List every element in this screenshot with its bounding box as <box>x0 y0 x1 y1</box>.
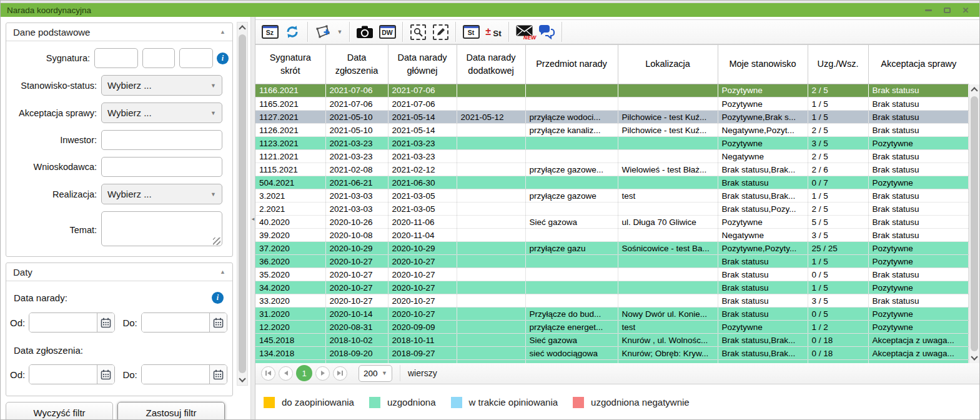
data-zgloszenia-od-input[interactable] <box>29 365 97 384</box>
new-message-button[interactable]: NEW <box>513 21 535 42</box>
scroll-up-icon[interactable] <box>971 87 978 94</box>
akceptacja-sprawy-select[interactable]: Wybierz ... ▼ <box>101 102 222 123</box>
table-row[interactable]: 1115.20212021-02-082021-02-12przyłącze g… <box>255 163 969 176</box>
first-page-button[interactable] <box>261 366 275 381</box>
edit-selection-button[interactable] <box>429 21 452 42</box>
calendar-button[interactable] <box>209 313 227 332</box>
cell: Pozytywne <box>718 321 808 334</box>
zoom-selection-button[interactable] <box>407 21 429 42</box>
previous-page-button[interactable] <box>279 366 293 381</box>
data-zgloszenia-do-input[interactable] <box>142 365 209 384</box>
table-row[interactable]: 2.20212021-03-032021-03-05Brak statusu,P… <box>255 202 969 216</box>
camera-button[interactable] <box>354 21 376 42</box>
cell: 1 / 5 <box>808 281 868 294</box>
info-icon[interactable]: i <box>217 52 229 64</box>
column-header[interactable]: Data narady dodatkowej <box>457 45 525 84</box>
data-narady-do-input[interactable] <box>142 313 209 332</box>
table-row[interactable]: 34.20202020-10-272020-10-27Brak statusu1… <box>255 281 969 294</box>
sygnatura-input-3[interactable] <box>179 48 213 68</box>
temat-textarea[interactable] <box>101 211 222 246</box>
table-row[interactable]: 1127.20212021-05-102021-05-142021-05-12p… <box>255 111 969 124</box>
table-row[interactable]: 1165.20212021-07-062021-07-06Pozytywne1 … <box>255 98 969 111</box>
collapse-up-icon[interactable]: ▲ <box>220 29 225 35</box>
scrollbar-thumb[interactable] <box>971 96 978 351</box>
cell: Pozytywne <box>868 242 969 255</box>
cell: 0 / 18 <box>808 347 868 360</box>
legend-item: uzgodniona negatywnie <box>573 397 690 408</box>
close-button[interactable]: ✕ <box>961 6 971 14</box>
splitter[interactable]: ◂ <box>250 17 255 420</box>
apply-filter-button[interactable]: Zastosuj filtr <box>117 402 225 420</box>
column-header[interactable]: Przedmiot narady <box>525 45 618 84</box>
cell <box>457 150 525 163</box>
calendar-button[interactable] <box>209 365 227 384</box>
cell <box>457 163 525 176</box>
column-header[interactable]: Data zgłoszenia <box>325 45 388 84</box>
last-page-button[interactable] <box>333 366 347 381</box>
calendar-button[interactable] <box>97 313 114 332</box>
table-row[interactable]: 37.20202020-10-292020-10-29przyłącze gaz… <box>255 242 969 255</box>
column-header[interactable]: Sygnatura skrót <box>255 45 325 84</box>
table-row[interactable]: 36.20202020-10-272020-10-27Brak statusu1… <box>255 255 969 268</box>
scrollbar-thumb[interactable] <box>239 34 246 373</box>
scroll-down-icon[interactable] <box>239 375 245 382</box>
maximize-button[interactable] <box>942 6 952 14</box>
resize-grip-icon[interactable] <box>213 238 220 245</box>
section-header-basic-data[interactable]: Dane podstawowe ▲ <box>6 23 232 41</box>
realizacja-select[interactable]: Wybierz ... ▼ <box>101 184 222 204</box>
sygnatura-input-2[interactable] <box>142 48 175 68</box>
grid-scrollbar[interactable] <box>969 84 979 363</box>
table-row[interactable]: 53.20172017-03-092017-03-16sieć telekomu… <box>255 360 969 363</box>
column-header[interactable]: Akceptacja sprawy <box>868 45 969 84</box>
scroll-down-icon[interactable] <box>971 353 978 360</box>
column-header[interactable]: Lokalizacja <box>618 45 718 84</box>
cell <box>618 150 718 163</box>
next-page-button[interactable] <box>315 366 330 381</box>
filter-panel-scrollbar[interactable] <box>237 22 248 386</box>
sz-window-button[interactable]: Sz <box>259 21 281 42</box>
table-row[interactable]: 1121.20212021-03-232021-03-23Negatywne2 … <box>255 150 969 163</box>
stanowisko-status-select[interactable]: Wybierz ... ▼ <box>101 75 222 96</box>
calendar-button[interactable] <box>97 365 114 384</box>
polygon-menu-button[interactable]: ▼ <box>334 21 345 42</box>
table-row[interactable]: 31.20202020-10-142020-10-27Przyłącze do … <box>255 308 969 321</box>
table-row[interactable]: 12.20202020-08-312020-09-09przyłącze ene… <box>255 321 969 334</box>
cell: 2021-05-12 <box>457 111 525 124</box>
section-header-dates[interactable]: Daty ▲ <box>6 263 232 281</box>
page-size-select[interactable]: 200 ▼ <box>359 365 392 382</box>
scroll-up-icon[interactable] <box>239 25 245 32</box>
chat-button[interactable] <box>535 21 558 42</box>
column-header[interactable]: Data narady głównej <box>388 45 457 84</box>
sygnatura-input-1[interactable] <box>94 48 138 68</box>
table-row[interactable]: 35.20202020-10-272020-10-27Brak statusu0… <box>255 268 969 281</box>
wnioskodawca-input[interactable] <box>101 157 222 177</box>
collapse-up-icon[interactable]: ▲ <box>220 269 225 275</box>
table-row[interactable]: 33.20202020-10-272020-10-27Brak statusu3… <box>255 294 969 308</box>
table-row[interactable]: 39.20202020-10-082020-11-04Negatywne3 / … <box>255 229 969 242</box>
column-header[interactable]: Uzg./Wsz. <box>808 45 868 84</box>
toolbar: Sz <box>255 19 979 44</box>
table-row[interactable]: 1126.20212021-05-102021-05-14przyłącze k… <box>255 124 969 137</box>
table-row[interactable]: 3.20212021-03-032021-03-05przyłącze gazo… <box>255 189 969 202</box>
chat-icon <box>538 24 555 39</box>
table-row[interactable]: 134.20182018-09-202018-09-27sieć wodocią… <box>255 347 969 360</box>
inwestor-input[interactable] <box>101 130 222 150</box>
clear-filter-button[interactable]: Wyczyść filtr <box>6 402 113 420</box>
data-narady-od-input[interactable] <box>29 313 97 332</box>
dw-window-button[interactable]: DW <box>376 21 398 42</box>
collapse-panel-icon[interactable]: ◂ <box>252 216 255 222</box>
column-header[interactable]: Moje stanowisko <box>718 45 808 84</box>
table-row[interactable]: 40.20202020-10-262020-11-06Sieć gazowaul… <box>255 216 969 229</box>
table-row[interactable]: 504.20212021-06-212021-06-30Brak statusu… <box>255 176 969 189</box>
cell: 3.2021 <box>255 189 325 202</box>
table-row[interactable]: 1166.20212021-07-062021-07-06Pozytywne2 … <box>255 84 969 98</box>
add-polygon-button[interactable] <box>312 21 334 42</box>
info-icon[interactable]: i <box>212 292 224 304</box>
minimize-button[interactable] <box>923 6 933 14</box>
refresh-button[interactable] <box>281 21 304 42</box>
current-page-button[interactable]: 1 <box>296 365 312 381</box>
table-row[interactable]: 145.20182018-10-022018-10-11Sieć gazowaK… <box>255 334 969 347</box>
table-row[interactable]: 1123.20212021-03-232021-03-23Pozytywne3 … <box>255 137 969 150</box>
st-window-button[interactable]: St <box>460 21 482 42</box>
status-plusminus-button[interactable]: ±St <box>482 21 505 42</box>
